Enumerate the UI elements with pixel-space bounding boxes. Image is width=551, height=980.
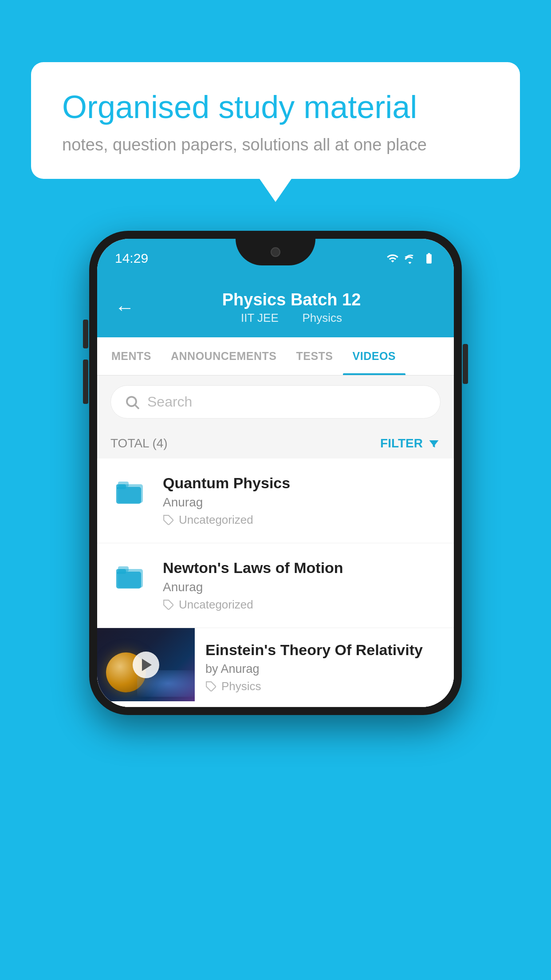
header-subtitle-sep	[289, 311, 295, 324]
play-button[interactable]	[133, 652, 159, 678]
video-info: Newton's Laws of Motion Anurag Uncategor…	[163, 559, 441, 612]
search-bar[interactable]: Search	[110, 385, 441, 419]
video-title: Quantum Physics	[163, 474, 441, 492]
filter-label: FILTER	[380, 436, 423, 450]
tab-tests[interactable]: TESTS	[286, 337, 342, 375]
folder-icon	[114, 477, 146, 506]
tab-videos[interactable]: VIDEOS	[343, 337, 405, 375]
app-header: ← Physics Batch 12 IIT JEE Physics	[97, 278, 454, 337]
video-tag: Uncategorized	[163, 598, 441, 612]
search-icon	[124, 394, 140, 410]
bubble-title: Organised study material	[62, 89, 489, 126]
speech-bubble: Organised study material notes, question…	[31, 62, 520, 179]
list-item[interactable]: Quantum Physics Anurag Uncategorized	[97, 458, 454, 543]
volume-up-button	[83, 320, 88, 348]
video-author: Anurag	[163, 495, 441, 510]
filter-bar: TOTAL (4) FILTER	[97, 428, 454, 458]
power-button	[463, 344, 468, 384]
phone-frame: 14:29	[89, 231, 462, 715]
video-tag-text: Uncategorized	[179, 598, 253, 612]
camera-dot	[271, 247, 280, 257]
folder-icon-wrap	[110, 477, 150, 506]
status-time: 14:29	[115, 251, 148, 266]
volume-down-button	[83, 360, 88, 404]
svg-rect-4	[116, 487, 141, 504]
video-tag-text: Physics	[221, 680, 261, 693]
header-subtitle-iitjee: IIT JEE	[241, 311, 279, 324]
tag-icon	[163, 599, 174, 611]
svg-point-0	[127, 397, 136, 406]
filter-button[interactable]: FILTER	[380, 436, 441, 450]
signal-icon	[404, 252, 417, 265]
svg-rect-9	[116, 572, 141, 589]
list-item[interactable]: Einstein's Theory Of Relativity by Anura…	[97, 628, 454, 707]
video-info: Quantum Physics Anurag Uncategorized	[163, 474, 441, 527]
video-title: Einstein's Theory Of Relativity	[205, 641, 443, 659]
header-title: Physics Batch 12	[147, 290, 436, 309]
back-button[interactable]: ←	[115, 298, 134, 317]
battery-icon	[422, 252, 436, 265]
video-tag: Physics	[205, 680, 443, 693]
header-title-group: Physics Batch 12 IIT JEE Physics	[147, 290, 436, 325]
tag-icon	[205, 681, 217, 692]
video-info: Einstein's Theory Of Relativity by Anura…	[195, 628, 454, 707]
search-placeholder: Search	[147, 394, 192, 410]
speech-bubble-container: Organised study material notes, question…	[31, 62, 520, 179]
folder-icon	[114, 562, 146, 590]
video-author: Anurag	[163, 580, 441, 594]
svg-rect-5	[116, 484, 126, 489]
filter-icon	[427, 437, 441, 450]
phone-screen: 14:29	[97, 239, 454, 707]
video-list: Quantum Physics Anurag Uncategorized	[97, 458, 454, 707]
header-subtitle-physics: Physics	[302, 311, 342, 324]
tag-icon	[163, 514, 174, 526]
bubble-subtitle: notes, question papers, solutions all at…	[62, 135, 489, 154]
video-tag-text: Uncategorized	[179, 513, 253, 527]
svg-line-1	[135, 405, 139, 408]
notch	[236, 239, 315, 265]
tab-ments[interactable]: MENTS	[102, 337, 161, 375]
svg-rect-10	[116, 569, 126, 574]
status-icons	[386, 252, 436, 265]
status-bar: 14:29	[97, 239, 454, 278]
video-tag: Uncategorized	[163, 513, 441, 527]
wifi-icon	[386, 252, 399, 265]
video-thumbnail	[97, 628, 195, 701]
tabs-bar: MENTS ANNOUNCEMENTS TESTS VIDEOS	[97, 337, 454, 375]
list-item[interactable]: Newton's Laws of Motion Anurag Uncategor…	[97, 543, 454, 628]
video-author: by Anurag	[205, 662, 443, 676]
tab-announcements[interactable]: ANNOUNCEMENTS	[161, 337, 286, 375]
total-count-label: TOTAL (4)	[110, 436, 168, 450]
header-subtitle: IIT JEE Physics	[147, 311, 436, 325]
video-title: Newton's Laws of Motion	[163, 559, 441, 577]
search-bar-wrapper: Search	[97, 375, 454, 428]
play-triangle-icon	[142, 659, 152, 671]
folder-icon-wrap	[110, 562, 150, 590]
